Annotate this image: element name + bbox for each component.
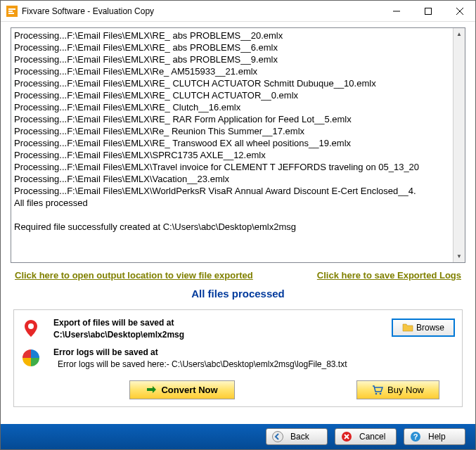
- log-output[interactable]: Processing...F:\Email Files\EMLX\RE_ abs…: [11, 27, 465, 263]
- window-title: Fixvare Software - Evaluation Copy: [22, 6, 380, 16]
- minimize-button[interactable]: [380, 1, 412, 21]
- svg-rect-2: [8, 11, 13, 12]
- pie-chart-icon: [21, 348, 41, 368]
- footer-bar: Back Cancel ? Help: [1, 424, 475, 449]
- svg-rect-1: [8, 8, 15, 10]
- cancel-button[interactable]: Cancel: [335, 428, 397, 445]
- convert-now-button[interactable]: Convert Now: [129, 380, 235, 399]
- back-label: Back: [290, 432, 309, 442]
- browse-button[interactable]: Browse: [392, 319, 455, 337]
- svg-point-8: [28, 323, 34, 329]
- svg-rect-5: [425, 8, 431, 14]
- export-path-row: Export of files will be saved at C:\User…: [21, 317, 455, 341]
- errorlog-label: Error logs will be saved at: [53, 347, 455, 359]
- buy-now-button[interactable]: Buy Now: [356, 380, 439, 399]
- scroll-track[interactable]: [454, 40, 465, 250]
- log-scrollbar[interactable]: ▲ ▼: [453, 28, 465, 262]
- export-label: Export of files will be saved at: [53, 317, 392, 329]
- back-button[interactable]: Back: [266, 428, 328, 445]
- links-row: Click here to open output location to vi…: [11, 263, 465, 281]
- svg-point-9: [375, 392, 378, 394]
- svg-rect-3: [8, 13, 14, 14]
- location-pin-icon: [21, 319, 41, 338]
- errorlog-path: Error logs will be saved here:- C:\Users…: [53, 359, 455, 371]
- cancel-icon: [341, 431, 352, 442]
- window-controls: [380, 1, 475, 21]
- maximize-button[interactable]: [412, 1, 444, 21]
- cart-icon: [372, 385, 383, 396]
- save-logs-link[interactable]: Click here to save Exported Logs: [317, 270, 461, 281]
- log-text: Processing...F:\Email Files\EMLX\RE_ abs…: [11, 28, 465, 234]
- buy-label: Buy Now: [387, 385, 424, 395]
- action-row: Convert Now Buy Now: [24, 376, 452, 404]
- scroll-down-icon[interactable]: ▼: [454, 250, 465, 262]
- export-path-text: Export of files will be saved at C:\User…: [53, 317, 392, 341]
- close-button[interactable]: [444, 1, 475, 21]
- app-icon: [6, 6, 18, 17]
- export-path: C:\Users\abc\Desktop\emlx2msg: [53, 329, 392, 341]
- convert-icon: [146, 385, 157, 396]
- errorlog-row: Error logs will be saved at Error logs w…: [21, 347, 455, 371]
- browse-label: Browse: [416, 323, 444, 333]
- help-label: Help: [428, 432, 446, 442]
- folder-icon: [402, 322, 413, 333]
- scroll-up-icon[interactable]: ▲: [454, 28, 465, 40]
- cancel-label: Cancel: [359, 432, 385, 442]
- help-icon: ?: [410, 431, 421, 442]
- titlebar: Fixvare Software - Evaluation Copy: [1, 1, 475, 22]
- svg-point-10: [380, 392, 382, 394]
- open-output-link[interactable]: Click here to open output location to vi…: [15, 270, 253, 281]
- svg-text:?: ?: [413, 432, 418, 441]
- paths-panel: Export of files will be saved at C:\User…: [13, 309, 463, 407]
- content-area: Processing...F:\Email Files\EMLX\RE_ abs…: [1, 22, 475, 424]
- app-window: Fixvare Software - Evaluation Copy Proce…: [0, 0, 476, 450]
- back-arrow-icon: [272, 431, 283, 442]
- svg-point-11: [273, 432, 283, 442]
- errorlog-text: Error logs will be saved at Error logs w…: [53, 347, 455, 371]
- status-message: All files processed: [11, 281, 465, 309]
- convert-label: Convert Now: [161, 385, 217, 395]
- help-button[interactable]: ? Help: [404, 428, 465, 445]
